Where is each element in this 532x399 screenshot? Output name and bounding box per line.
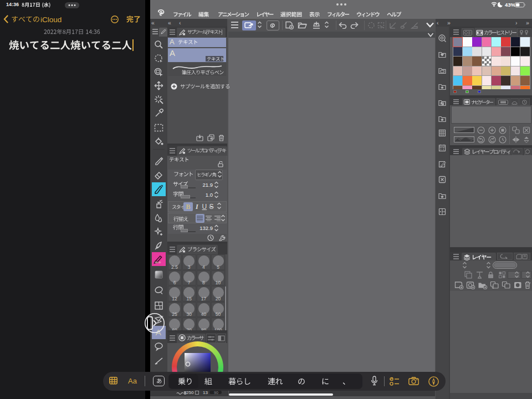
svg-text:SMOO: SMOO xyxy=(155,262,161,264)
